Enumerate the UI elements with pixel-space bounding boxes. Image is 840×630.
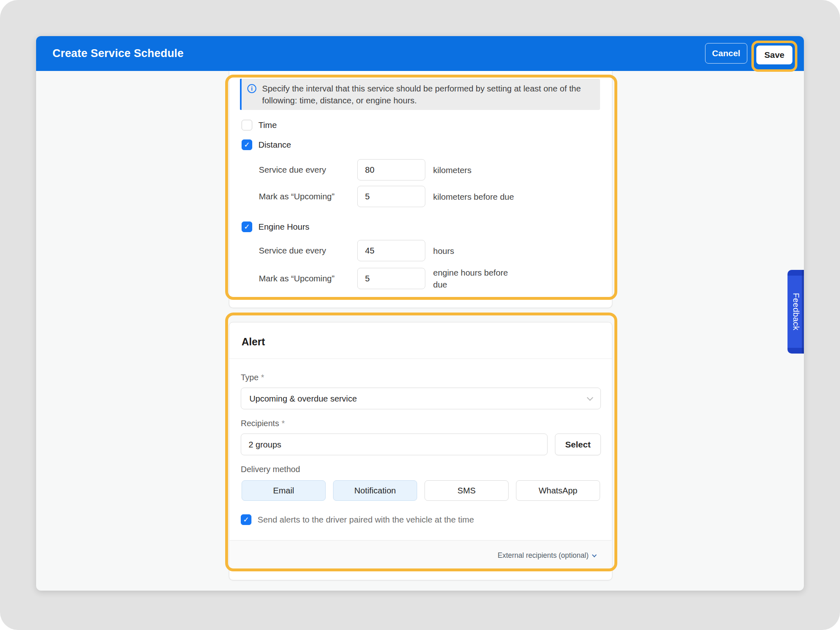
required-asterisk: * xyxy=(261,373,264,382)
driver-alert-checkbox[interactable]: ✓ xyxy=(241,514,251,525)
engine-due-row: Service due every hours xyxy=(259,240,454,261)
engine-upcoming-unit: engine hours before due xyxy=(433,267,515,290)
engine-hours-checkbox[interactable]: ✓ xyxy=(242,221,252,232)
modal-header: Create Service Schedule xyxy=(36,36,804,71)
feedback-tab[interactable]: Feedback xyxy=(788,270,804,354)
alert-card-footer: External recipients (optional) xyxy=(230,540,612,571)
save-button[interactable]: Save xyxy=(756,46,792,64)
distance-checkbox-label: Distance xyxy=(258,140,291,150)
create-service-schedule-modal: Create Service Schedule Cancel Save i Sp… xyxy=(36,36,804,591)
divider xyxy=(229,358,612,359)
interval-info-text: Specify the interval that this service s… xyxy=(262,82,600,106)
time-checkbox-label: Time xyxy=(258,120,277,130)
distance-due-unit: kilometers xyxy=(433,164,471,176)
check-icon: ✓ xyxy=(244,141,250,148)
engine-hours-checkbox-label: Engine Hours xyxy=(258,222,309,232)
feedback-tab-label: Feedback xyxy=(791,293,801,331)
cancel-button[interactable]: Cancel xyxy=(705,43,747,64)
check-icon: ✓ xyxy=(244,223,250,231)
recipients-select-button[interactable]: Select xyxy=(555,434,601,455)
driver-alert-label: Send alerts to the driver paired with th… xyxy=(258,515,474,525)
alert-card: Alert Type* Upcoming & overdue service R… xyxy=(229,322,612,580)
chevron-down-icon xyxy=(587,394,593,401)
distance-checkbox[interactable]: ✓ xyxy=(242,139,252,150)
recipients-label: Recipients* xyxy=(241,419,285,428)
check-icon: ✓ xyxy=(243,516,249,523)
engine-due-label: Service due every xyxy=(259,246,357,256)
delivery-notification-button[interactable]: Notification xyxy=(333,480,417,501)
driver-alert-row: ✓ Send alerts to the driver paired with … xyxy=(241,514,474,525)
delivery-email-button[interactable]: Email xyxy=(242,480,326,501)
screenshot-stage: Create Service Schedule Cancel Save i Sp… xyxy=(0,0,840,630)
alert-type-value: Upcoming & overdue service xyxy=(249,394,588,404)
alert-type-select[interactable]: Upcoming & overdue service xyxy=(241,388,601,409)
delivery-whatsapp-button[interactable]: WhatsApp xyxy=(516,480,600,501)
distance-due-row: Service due every kilometers xyxy=(259,159,471,180)
delivery-method-group: Email Notification SMS WhatsApp xyxy=(242,480,600,501)
info-icon: i xyxy=(247,84,256,93)
type-label-text: Type xyxy=(241,373,258,382)
interval-info-banner: i Specify the interval that this service… xyxy=(240,79,600,110)
external-recipients-toggle[interactable]: External recipients (optional) xyxy=(498,551,589,560)
page-title: Create Service Schedule xyxy=(52,47,184,60)
distance-due-input[interactable] xyxy=(357,159,425,180)
engine-upcoming-label: Mark as “Upcoming” xyxy=(259,274,357,283)
delivery-method-label: Delivery method xyxy=(241,465,300,474)
engine-due-input[interactable] xyxy=(357,240,425,261)
engine-hours-checkbox-row: ✓ Engine Hours xyxy=(242,221,309,232)
engine-upcoming-input[interactable] xyxy=(357,268,425,289)
engine-due-unit: hours xyxy=(433,245,454,257)
distance-checkbox-row: ✓ Distance xyxy=(242,139,291,150)
time-checkbox-row: Time xyxy=(242,120,277,130)
distance-upcoming-row: Mark as “Upcoming” kilometers before due xyxy=(259,186,514,207)
distance-upcoming-unit: kilometers before due xyxy=(433,191,514,203)
recipients-label-text: Recipients xyxy=(241,419,279,428)
service-interval-card: i Specify the interval that this service… xyxy=(229,71,612,308)
recipients-input[interactable] xyxy=(241,434,548,455)
type-label: Type* xyxy=(241,373,264,382)
distance-upcoming-label: Mark as “Upcoming” xyxy=(259,192,357,201)
required-asterisk: * xyxy=(281,419,285,428)
delivery-sms-button[interactable]: SMS xyxy=(425,480,509,501)
alert-section-title: Alert xyxy=(242,336,265,348)
distance-upcoming-input[interactable] xyxy=(357,186,425,207)
distance-due-label: Service due every xyxy=(259,165,357,175)
chevron-down-icon xyxy=(592,552,596,557)
time-checkbox[interactable] xyxy=(242,120,252,130)
engine-upcoming-row: Mark as “Upcoming” engine hours before d… xyxy=(259,268,515,289)
